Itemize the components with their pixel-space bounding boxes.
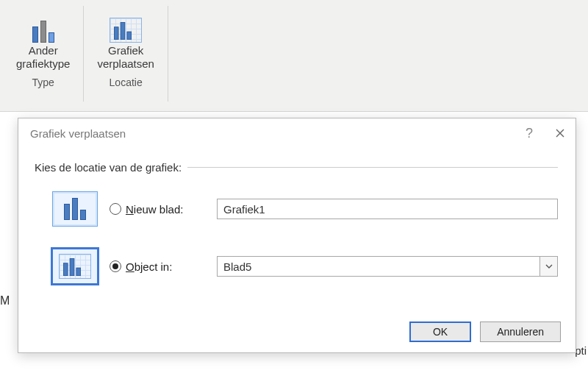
new-sheet-radio-label: Nieuw blad:: [126, 203, 183, 216]
change-chart-type-icon: [24, 7, 62, 43]
chevron-down-icon: [545, 263, 553, 270]
dialog-legend: Kies de locatie van de grafiek:: [35, 161, 187, 174]
ribbon-separator: [168, 6, 168, 102]
object-in-radio[interactable]: Object in:: [110, 260, 205, 273]
ribbon-group-location-label: Locatie: [110, 77, 143, 88]
ribbon-separator: [83, 6, 84, 102]
dialog-titlebar[interactable]: Grafiek verplaatsen ?: [18, 118, 576, 148]
move-chart-label: Grafiek verplaatsen: [97, 44, 154, 71]
ribbon-group-type: Ander grafiektype Type: [6, 4, 80, 88]
radio-icon: [110, 203, 121, 215]
ribbon: Ander grafiektype Type Grafiek verplaats…: [0, 0, 588, 112]
ok-button-label: OK: [433, 326, 448, 338]
dialog-button-row: OK Annuleren: [409, 322, 561, 342]
bg-letter: M: [0, 294, 10, 308]
dialog-title: Grafiek verplaatsen: [30, 127, 126, 140]
cancel-button-label: Annuleren: [497, 326, 544, 338]
ribbon-group-type-label: Type: [32, 77, 54, 88]
cancel-button[interactable]: Annuleren: [480, 322, 561, 342]
help-icon: ?: [526, 126, 533, 141]
new-sheet-radio[interactable]: Nieuw blad:: [110, 203, 205, 216]
object-in-thumbnail-icon[interactable]: [52, 249, 98, 284]
option-object-in-row: Object in:: [52, 249, 558, 284]
object-in-value[interactable]: [217, 256, 540, 277]
option-new-sheet-row: Nieuw blad:: [52, 191, 558, 227]
radio-icon: [110, 260, 121, 272]
move-chart-button[interactable]: Grafiek verplaatsen: [93, 4, 159, 71]
object-in-radio-label: Object in:: [126, 260, 172, 273]
new-sheet-name-input[interactable]: [217, 199, 558, 219]
dialog-close-button[interactable]: [545, 118, 576, 148]
new-sheet-thumbnail-icon[interactable]: [52, 191, 98, 227]
ok-button[interactable]: OK: [409, 322, 471, 342]
close-icon: [555, 128, 565, 138]
dialog-help-button[interactable]: ?: [514, 118, 545, 148]
change-chart-type-button[interactable]: Ander grafiektype: [12, 4, 74, 71]
object-in-combo[interactable]: [217, 256, 558, 277]
move-chart-icon: [107, 7, 145, 43]
ribbon-group-location: Grafiek verplaatsen Locatie: [87, 4, 165, 88]
combo-dropdown-button[interactable]: [540, 256, 558, 277]
move-chart-dialog: Grafiek verplaatsen ? Kies de locatie va…: [18, 118, 576, 353]
bg-fragment: pti: [575, 344, 587, 357]
dialog-legend-row: Kies de locatie van de grafiek:: [35, 161, 558, 174]
change-chart-type-label: Ander grafiektype: [16, 44, 70, 71]
